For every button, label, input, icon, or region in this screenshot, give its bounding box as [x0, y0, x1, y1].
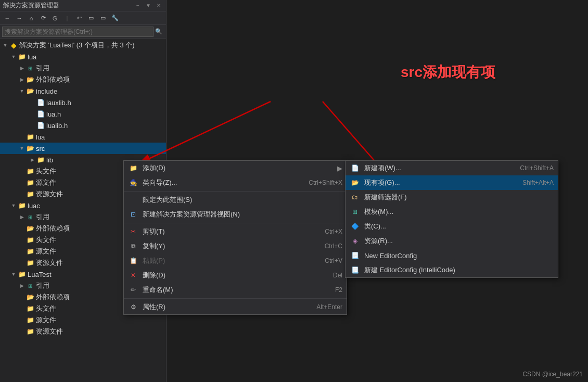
tree-item-source3[interactable]: 📁 源文件: [0, 314, 166, 326]
sub-resource[interactable]: ◈ 资源(R)...: [346, 234, 558, 248]
expand-ref2[interactable]: [18, 213, 26, 221]
ctx-copy-icon: ⧉: [128, 241, 138, 251]
tree-item-include[interactable]: 📂 include: [0, 85, 166, 97]
ctx-sep2: [124, 223, 347, 223]
expand-luah: [28, 110, 36, 118]
expand-res3: [18, 327, 26, 336]
expand-ref3[interactable]: [18, 282, 26, 290]
back-button[interactable]: ←: [2, 13, 12, 23]
expand-lib[interactable]: [28, 156, 36, 164]
watermark: CSDN @ice_bear221: [522, 371, 583, 378]
expand-luac[interactable]: [9, 201, 18, 210]
tree-item-luah[interactable]: 📄 lua.h: [0, 108, 166, 120]
sub-new-editorconfig2-icon: 📃: [350, 265, 360, 275]
tree-item-lua[interactable]: 📁 lua: [0, 51, 166, 62]
expand-dep2: [18, 224, 26, 233]
luatest-label: LuaTest: [28, 271, 52, 278]
ctx-properties-shortcut: Alt+Enter: [316, 303, 342, 311]
lua-icon: 📁: [18, 53, 26, 61]
dep3-icon: 📂: [26, 293, 34, 301]
home-button[interactable]: ⌂: [26, 13, 36, 23]
sub-resource-label: 资源(R)...: [364, 236, 554, 246]
sub-module[interactable]: ⊞ 模块(M)...: [346, 205, 558, 219]
ctx-scope[interactable]: 限定为此范围(S): [124, 193, 347, 207]
ctx-add[interactable]: 📁 添加(D) ▶: [124, 161, 347, 175]
expand-lauxlib: [28, 98, 36, 107]
source1-icon: 📁: [26, 179, 34, 187]
forward-button[interactable]: →: [14, 13, 24, 23]
ctx-delete-shortcut: Del: [333, 272, 342, 279]
lualib-icon: 📄: [36, 121, 45, 130]
ctx-paste-icon: 📋: [128, 256, 138, 266]
tree-item-ref1[interactable]: ⊞ 引用: [0, 62, 166, 74]
sub-existing-item[interactable]: 📂 现有项(G)... Shift+Alt+A: [346, 175, 558, 190]
search-button[interactable]: 🔍: [154, 27, 164, 37]
ctx-copy[interactable]: ⧉ 复制(Y) Ctrl+C: [124, 239, 347, 253]
header3-icon: 📁: [26, 304, 34, 313]
settings-button[interactable]: 🔧: [110, 13, 120, 23]
ref3-label: 引用: [36, 281, 49, 290]
expand-solution[interactable]: [1, 41, 9, 49]
clock-button[interactable]: ◷: [50, 13, 60, 23]
ctx-properties[interactable]: ⚙ 属性(R) Alt+Enter: [124, 300, 347, 314]
sub-module-label: 模块(M)...: [364, 207, 554, 217]
header3-label: 头文件: [36, 304, 56, 313]
close-button[interactable]: ✕: [155, 2, 163, 10]
expand-lua[interactable]: [9, 53, 18, 61]
dropdown-button[interactable]: ▼: [144, 2, 152, 10]
res2-icon: 📁: [26, 259, 34, 267]
expand-source3: [18, 316, 26, 324]
ctx-rename[interactable]: ✏ 重命名(M) F2: [124, 283, 347, 297]
res3-icon: 📁: [26, 327, 34, 336]
ctx-copy-label: 复制(Y): [143, 241, 321, 251]
tree-item-dep1[interactable]: 📂 外部依赖项: [0, 74, 166, 85]
ctx-add-arrow: ▶: [337, 164, 342, 172]
window2-button[interactable]: ▭: [98, 13, 108, 23]
expand-ref1[interactable]: [18, 64, 26, 72]
sub-class[interactable]: 🔷 类(C)...: [346, 219, 558, 234]
res1-icon: 📁: [26, 190, 34, 198]
expand-dep1[interactable]: [18, 75, 26, 84]
tree-item-res3[interactable]: 📁 资源文件: [0, 326, 166, 337]
sub-new-filter-label: 新建筛选器(F): [364, 193, 554, 202]
ctx-wizard-icon: 🧙: [128, 177, 138, 188]
expand-include[interactable]: [18, 87, 26, 95]
pin-button[interactable]: −: [134, 2, 142, 10]
sync-button[interactable]: ⟳: [38, 13, 48, 23]
tree-item-lualib[interactable]: 📄 lualib.h: [0, 120, 166, 131]
undo-button[interactable]: ↩: [74, 13, 84, 23]
tree-item-lauxlib[interactable]: 📄 lauxlib.h: [0, 97, 166, 108]
source3-icon: 📁: [26, 316, 34, 324]
expand-source2: [18, 247, 26, 256]
ctx-cut[interactable]: ✂ 剪切(T) Ctrl+X: [124, 224, 347, 239]
ctx-newview[interactable]: ⊡ 新建解决方案资源管理器视图(N): [124, 207, 347, 222]
sub-new-editorconfig[interactable]: 📃 New EditorConfig: [346, 248, 558, 263]
res1-label: 资源文件: [36, 189, 63, 199]
tree-item-src[interactable]: 📂 src: [0, 143, 166, 154]
solution-label: 解决方案 'LuaTest' (3 个项目，共 3 个): [19, 41, 135, 50]
dep1-label: 外部依赖项: [36, 75, 70, 84]
ctx-paste-shortcut: Ctrl+V: [325, 257, 342, 264]
sub-new-item[interactable]: 📄 新建项(W)... Ctrl+Shift+A: [346, 161, 558, 175]
sub-new-editorconfig-icon: 📃: [350, 250, 360, 261]
expand-luatest[interactable]: [9, 270, 18, 278]
sub-new-editorconfig2-label: 新建 EditorConfig (IntelliCode): [364, 265, 554, 275]
ctx-delete[interactable]: ✕ 删除(D) Del: [124, 268, 347, 283]
expand-src[interactable]: [18, 144, 26, 152]
dep3-label: 外部依赖项: [36, 292, 70, 302]
lua-folder-icon: 📁: [26, 133, 34, 141]
search-input[interactable]: [2, 27, 154, 37]
lauxlib-icon: 📄: [36, 98, 45, 107]
header2-label: 头文件: [36, 235, 56, 245]
panel-controls: − ▼ ✕: [134, 2, 163, 10]
ctx-paste[interactable]: 📋 粘贴(P) Ctrl+V: [124, 253, 347, 268]
sub-new-editorconfig2[interactable]: 📃 新建 EditorConfig (IntelliCode): [346, 263, 558, 277]
ctx-newview-icon: ⊡: [128, 209, 138, 220]
sub-new-filter[interactable]: 🗂 新建筛选器(F): [346, 190, 558, 205]
tree-item-solution[interactable]: ◆ 解决方案 'LuaTest' (3 个项目，共 3 个): [0, 40, 166, 51]
dep2-label: 外部依赖项: [36, 224, 70, 233]
ctx-wizard[interactable]: 🧙 类向导(Z)... Ctrl+Shift+X: [124, 175, 347, 190]
expand-header1: [18, 167, 26, 175]
window1-button[interactable]: ▭: [86, 13, 96, 23]
tree-item-lua-folder[interactable]: 📁 lua: [0, 131, 166, 143]
